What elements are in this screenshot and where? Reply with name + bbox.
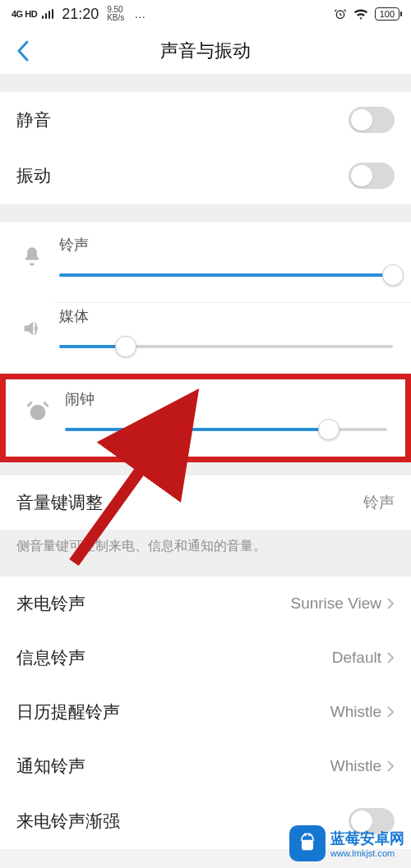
svg-point-1 xyxy=(30,405,46,420)
wifi-icon xyxy=(353,8,368,20)
chevron-right-icon xyxy=(386,760,395,773)
speaker-icon xyxy=(18,315,46,342)
watermark-url: www.lmkjst.com xyxy=(330,848,404,858)
alarm-slider[interactable] xyxy=(65,417,387,442)
panel-toggles: 静音 振动 xyxy=(0,92,411,204)
row-notification-ringtone[interactable]: 通知铃声 Whistle xyxy=(0,739,411,793)
section-divider xyxy=(0,74,411,92)
media-slider-label: 媒体 xyxy=(59,306,393,326)
signal-indicator: 4G HD xyxy=(12,9,37,19)
title-bar: 声音与振动 xyxy=(0,28,411,74)
row-silent[interactable]: 静音 xyxy=(0,92,411,148)
silent-toggle[interactable] xyxy=(349,107,395,133)
watermark-android-icon xyxy=(289,825,326,861)
chevron-right-icon xyxy=(386,597,395,610)
signal-bars-icon xyxy=(42,9,53,19)
chevron-right-icon xyxy=(386,651,395,664)
ringtone-slider[interactable] xyxy=(59,263,393,287)
section-divider xyxy=(0,204,411,222)
status-bar: 4G HD 21:20 9.50 KB/s … 100 xyxy=(0,0,411,28)
calendar-ringtone-value: Whistle xyxy=(330,703,381,721)
panel-sliders: 铃声 媒体 xyxy=(0,222,411,374)
svg-rect-3 xyxy=(302,841,313,851)
vibrate-toggle[interactable] xyxy=(349,163,395,189)
battery-indicator: 100 xyxy=(375,7,399,21)
bell-icon xyxy=(18,243,46,271)
slider-row-ringtone: 铃声 xyxy=(0,232,411,302)
ringtone-slider-label: 铃声 xyxy=(59,235,393,255)
panel-sounds: 来电铃声 Sunrise View 信息铃声 Default 日历提醒铃声 Wh… xyxy=(0,576,411,849)
highlight-alarm-box: 闹钟 xyxy=(0,374,411,462)
volume-key-label: 音量键调整 xyxy=(16,491,103,514)
message-ringtone-value: Default xyxy=(332,649,381,667)
slider-row-media: 媒体 xyxy=(0,303,411,374)
back-button[interactable] xyxy=(8,36,38,66)
incoming-ringtone-label: 来电铃声 xyxy=(16,592,85,615)
chevron-left-icon xyxy=(16,39,30,62)
chevron-right-icon xyxy=(386,705,395,719)
volume-key-description: 侧音量键可控制来电、信息和通知的音量。 xyxy=(16,538,395,555)
row-message-ringtone[interactable]: 信息铃声 Default xyxy=(0,631,411,685)
battery-value: 100 xyxy=(380,9,395,19)
section-divider xyxy=(0,462,411,475)
volume-key-description-row: 侧音量键可控制来电、信息和通知的音量。 xyxy=(0,530,411,568)
silent-label: 静音 xyxy=(16,108,51,131)
network-speed: 9.50 KB/s xyxy=(107,6,124,22)
svg-point-4 xyxy=(304,838,306,839)
volume-key-value: 铃声 xyxy=(363,492,395,513)
slider-row-alarm: 闹钟 xyxy=(6,379,405,457)
notification-ringtone-label: 通知铃声 xyxy=(16,755,85,778)
notification-ringtone-value: Whistle xyxy=(330,757,381,775)
incoming-ringtone-value: Sunrise View xyxy=(290,595,381,613)
row-calendar-ringtone[interactable]: 日历提醒铃声 Whistle xyxy=(0,685,411,739)
clock-time: 21:20 xyxy=(62,6,99,23)
ascending-ringtone-label: 来电铃声渐强 xyxy=(16,810,120,833)
alarm-status-icon xyxy=(334,7,347,21)
row-incoming-ringtone[interactable]: 来电铃声 Sunrise View xyxy=(0,576,411,631)
page-title: 声音与振动 xyxy=(160,39,251,63)
alarm-clock-icon xyxy=(24,397,52,425)
vibrate-label: 振动 xyxy=(16,164,51,187)
calendar-ringtone-label: 日历提醒铃声 xyxy=(16,700,120,723)
watermark-text: 蓝莓安卓网 xyxy=(330,829,404,848)
more-icon: … xyxy=(134,7,146,21)
status-right: 100 xyxy=(334,7,399,21)
alarm-slider-label: 闹钟 xyxy=(65,389,387,409)
row-vibrate[interactable]: 振动 xyxy=(0,148,411,204)
status-left: 4G HD 21:20 9.50 KB/s … xyxy=(12,6,146,23)
watermark: 蓝莓安卓网 www.lmkjst.com xyxy=(289,825,404,861)
message-ringtone-label: 信息铃声 xyxy=(16,646,85,669)
media-slider[interactable] xyxy=(59,334,393,359)
svg-point-5 xyxy=(309,838,311,839)
row-volume-key-adjust[interactable]: 音量键调整 铃声 xyxy=(0,475,411,530)
